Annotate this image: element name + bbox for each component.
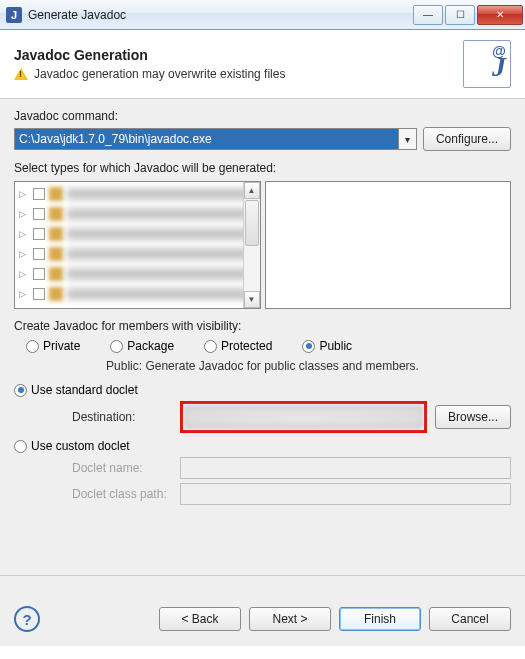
app-icon: J xyxy=(6,7,22,23)
visibility-public-radio[interactable]: Public xyxy=(302,339,352,353)
visibility-protected-label: Protected xyxy=(221,339,272,353)
page-title: Javadoc Generation xyxy=(14,47,463,63)
custom-doclet-label: Use custom doclet xyxy=(31,439,130,453)
configure-button[interactable]: Configure... xyxy=(423,127,511,151)
chevron-down-icon[interactable] xyxy=(398,129,416,149)
cancel-button[interactable]: Cancel xyxy=(429,607,511,631)
destination-input[interactable] xyxy=(185,406,422,428)
maximize-button[interactable]: ☐ xyxy=(445,5,475,25)
help-icon[interactable]: ? xyxy=(14,606,40,632)
javadoc-command-label: Javadoc command: xyxy=(14,109,511,123)
visibility-description: Public: Generate Javadoc for public clas… xyxy=(14,359,511,373)
window-title: Generate Javadoc xyxy=(28,8,411,22)
warning-icon xyxy=(14,68,28,80)
tree-item[interactable]: ▷ xyxy=(15,244,260,264)
visibility-label: Create Javadoc for members with visibili… xyxy=(14,319,511,333)
doclet-name-label: Doclet name: xyxy=(72,461,172,475)
next-button[interactable]: Next > xyxy=(249,607,331,631)
standard-doclet-radio[interactable]: Use standard doclet xyxy=(14,383,511,397)
scroll-thumb[interactable] xyxy=(245,200,259,246)
tree-item[interactable]: ▷ xyxy=(15,204,260,224)
visibility-package-radio[interactable]: Package xyxy=(110,339,174,353)
destination-label: Destination: xyxy=(72,410,172,424)
browse-button[interactable]: Browse... xyxy=(435,405,511,429)
types-tree[interactable]: ▷ ▷ ▷ ▷ ▷ ▷ ▲ ▼ xyxy=(14,181,261,309)
back-button[interactable]: < Back xyxy=(159,607,241,631)
javadoc-command-combo[interactable] xyxy=(14,128,417,150)
scroll-down-icon[interactable]: ▼ xyxy=(244,291,260,308)
wizard-header: Javadoc Generation Javadoc generation ma… xyxy=(0,30,525,99)
visibility-private-radio[interactable]: Private xyxy=(26,339,80,353)
close-button[interactable]: ✕ xyxy=(477,5,523,25)
tree-item[interactable]: ▷ xyxy=(15,264,260,284)
visibility-private-label: Private xyxy=(43,339,80,353)
standard-doclet-label: Use standard doclet xyxy=(31,383,138,397)
doclet-class-path-label: Doclet class path: xyxy=(72,487,172,501)
custom-doclet-radio[interactable]: Use custom doclet xyxy=(14,439,511,453)
tree-item[interactable]: ▷ xyxy=(15,184,260,204)
destination-highlight xyxy=(180,401,427,433)
title-bar: J Generate Javadoc — ☐ ✕ xyxy=(0,0,525,30)
select-types-label: Select types for which Javadoc will be g… xyxy=(14,161,511,175)
javadoc-large-icon: @J xyxy=(463,40,511,88)
tree-item[interactable]: ▷ xyxy=(15,224,260,244)
visibility-package-label: Package xyxy=(127,339,174,353)
separator xyxy=(0,575,525,576)
visibility-protected-radio[interactable]: Protected xyxy=(204,339,272,353)
doclet-class-path-input xyxy=(180,483,511,505)
minimize-button[interactable]: — xyxy=(413,5,443,25)
finish-button[interactable]: Finish xyxy=(339,607,421,631)
page-subtitle: Javadoc generation may overwrite existin… xyxy=(34,67,285,81)
visibility-public-label: Public xyxy=(319,339,352,353)
tree-item[interactable]: ▷ xyxy=(15,284,260,304)
doclet-name-input xyxy=(180,457,511,479)
javadoc-command-input[interactable] xyxy=(15,129,398,149)
scroll-up-icon[interactable]: ▲ xyxy=(244,182,260,199)
types-detail-list[interactable] xyxy=(265,181,512,309)
scrollbar[interactable]: ▲ ▼ xyxy=(243,182,260,308)
